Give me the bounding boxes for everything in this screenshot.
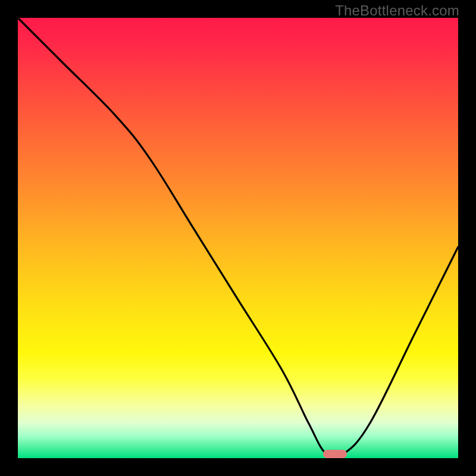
optimal-marker bbox=[323, 450, 347, 458]
watermark-text: TheBottleneck.com bbox=[335, 2, 459, 19]
curve-svg bbox=[18, 18, 458, 458]
chart-container: TheBottleneck.com bbox=[0, 0, 476, 476]
bottleneck-curve bbox=[18, 18, 458, 458]
plot-area bbox=[18, 18, 458, 458]
